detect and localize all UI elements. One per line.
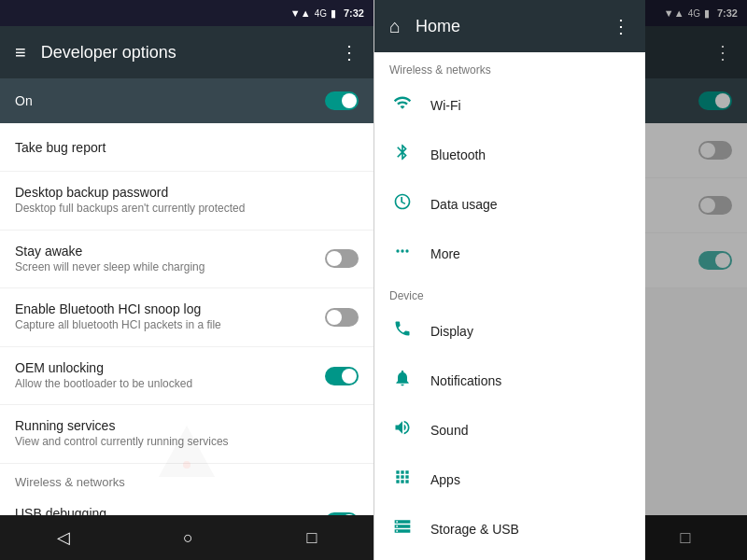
- oem-unlocking-title: OEM unlocking: [15, 360, 325, 375]
- data-usage-label: Data usage: [430, 197, 498, 212]
- drawer-item-wifi[interactable]: Wi-Fi: [374, 80, 645, 130]
- left-phone: ▼▲ 4G ▮ 7:32 ≡ Developer options ⋮ On Ta…: [0, 0, 374, 560]
- drawer-item-more[interactable]: More: [374, 229, 645, 278]
- developer-options-toggle-row: On: [0, 78, 374, 123]
- home-icon-drawer: ⌂: [389, 16, 401, 37]
- drawer-item-display[interactable]: Display: [374, 306, 645, 356]
- drawer-item-storage[interactable]: Storage & USB: [374, 504, 645, 553]
- apps-icon: [389, 468, 416, 491]
- developer-options-toggle[interactable]: [325, 91, 359, 110]
- home-button-left[interactable]: ○: [168, 521, 208, 555]
- desktop-backup-item[interactable]: Desktop backup password Desktop full bac…: [0, 172, 374, 231]
- on-label: On: [15, 93, 325, 108]
- device-section-header: Device: [374, 278, 645, 306]
- sound-label: Sound: [430, 423, 468, 438]
- more-options-icon[interactable]: ⋮: [340, 41, 359, 63]
- svg-point-5: [401, 249, 403, 252]
- display-label: Display: [430, 324, 473, 339]
- desktop-backup-subtitle: Desktop full backups aren't currently pr…: [15, 202, 359, 217]
- drawer-more-icon[interactable]: ⋮: [612, 15, 630, 37]
- usb-debugging-item[interactable]: USB debugging Debug mode when USB is con…: [0, 493, 374, 515]
- take-bug-report-item[interactable]: Take bug report: [0, 123, 374, 172]
- svg-point-4: [396, 249, 399, 252]
- apps-label: Apps: [430, 472, 460, 487]
- app-bar-title: Developer options: [41, 43, 325, 63]
- more-label: More: [430, 246, 460, 261]
- bluetooth-hci-subtitle: Capture all bluetooth HCI packets in a f…: [15, 318, 325, 333]
- bluetooth-icon: [389, 143, 416, 166]
- notifications-label: Notifications: [430, 373, 501, 388]
- take-bug-report-title: Take bug report: [15, 140, 359, 155]
- navigation-drawer: ⌂ Home ⋮ Wireless & networks Wi-Fi Bluet…: [374, 0, 645, 560]
- network-icon: 4G: [315, 8, 327, 19]
- drawer-home-label: Home: [416, 17, 612, 36]
- bluetooth-hci-toggle[interactable]: [325, 308, 359, 327]
- battery-icon: ▮: [331, 7, 336, 20]
- data-usage-icon: [389, 192, 416, 216]
- stay-awake-toggle[interactable]: [325, 249, 359, 268]
- usb-debugging-title: USB debugging: [15, 506, 325, 515]
- wireless-networks-section: Wireless & networks: [0, 464, 374, 493]
- display-icon: [389, 319, 416, 343]
- settings-list: Take bug report Desktop backup password …: [0, 123, 374, 515]
- drawer-item-bluetooth[interactable]: Bluetooth: [374, 130, 645, 179]
- drawer-item-apps[interactable]: Apps: [374, 455, 645, 504]
- menu-icon[interactable]: ≡: [15, 42, 26, 63]
- oem-unlocking-item[interactable]: OEM unlocking Allow the bootloader to be…: [0, 347, 374, 406]
- signal-icon: ▼▲: [290, 7, 311, 19]
- drawer-item-notifications[interactable]: Notifications: [374, 356, 645, 405]
- wireless-section-header: Wireless & networks: [374, 52, 645, 80]
- svg-point-6: [405, 249, 408, 252]
- storage-label: Storage & USB: [430, 522, 519, 537]
- drawer-list: Wireless & networks Wi-Fi Bluetooth Data…: [374, 52, 645, 560]
- oem-unlocking-subtitle: Allow the bootloader to be unlocked: [15, 377, 325, 392]
- wifi-label: Wi-Fi: [430, 98, 461, 113]
- running-services-item[interactable]: Running services View and control curren…: [0, 405, 374, 464]
- drawer-item-data-usage[interactable]: Data usage: [374, 179, 645, 229]
- running-services-subtitle: View and control currently running servi…: [15, 435, 359, 450]
- bluetooth-hci-item[interactable]: Enable Bluetooth HCI snoop log Capture a…: [0, 288, 374, 347]
- nav-bar-left: ◁ ○ □: [0, 515, 374, 560]
- time-left: 7:32: [344, 7, 364, 19]
- right-phone: ▼▲ 4G ▮ 7:32 Developer options ⋮ On Stay…: [374, 0, 747, 560]
- running-services-title: Running services: [15, 418, 359, 433]
- stay-awake-subtitle: Screen will never sleep while charging: [15, 260, 325, 275]
- recent-button-left[interactable]: □: [291, 521, 331, 555]
- app-bar-left: ≡ Developer options ⋮: [0, 26, 374, 78]
- notifications-icon: [389, 369, 416, 392]
- stay-awake-item[interactable]: Stay awake Screen will never sleep while…: [0, 231, 374, 289]
- back-button-left[interactable]: ◁: [42, 520, 85, 555]
- stay-awake-title: Stay awake: [15, 244, 325, 259]
- status-icons-left: ▼▲ 4G ▮ 7:32: [290, 7, 364, 20]
- sound-icon: [389, 418, 416, 441]
- usb-debugging-toggle[interactable]: [325, 512, 359, 515]
- status-bar-left: ▼▲ 4G ▮ 7:32: [0, 0, 374, 26]
- drawer-header: ⌂ Home ⋮: [374, 0, 645, 52]
- desktop-backup-title: Desktop backup password: [15, 185, 359, 200]
- storage-icon: [389, 517, 416, 540]
- bluetooth-label: Bluetooth: [430, 147, 486, 162]
- wifi-icon: [389, 93, 416, 117]
- more-horiz-icon: [389, 242, 416, 265]
- bluetooth-hci-title: Enable Bluetooth HCI snoop log: [15, 301, 325, 316]
- drawer-item-sound[interactable]: Sound: [374, 405, 645, 455]
- oem-unlocking-toggle[interactable]: [325, 367, 359, 385]
